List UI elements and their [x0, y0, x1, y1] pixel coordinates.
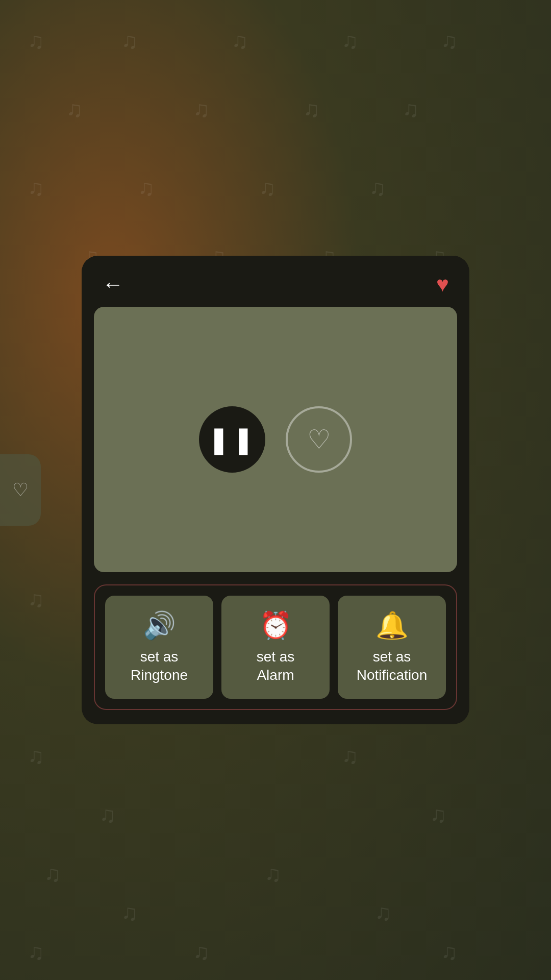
set-notification-label: set asNotification	[357, 648, 428, 685]
set-ringtone-icon: 🔊	[143, 612, 176, 639]
action-section: 🔊 set asRingtone ⏰ set asAlarm 🔔 set asN…	[94, 584, 457, 710]
side-widget[interactable]: ♡	[0, 454, 41, 526]
set-alarm-label: set asAlarm	[257, 648, 295, 685]
set-ringtone-button[interactable]: 🔊 set asRingtone	[105, 596, 213, 699]
favorite-button[interactable]: ♥	[436, 272, 449, 297]
card-top-bar: ← ♥	[82, 256, 469, 307]
like-heart-icon: ♡	[307, 424, 331, 455]
set-alarm-button[interactable]: ⏰ set asAlarm	[221, 596, 330, 699]
set-ringtone-label: set asRingtone	[131, 648, 188, 685]
main-card: ← ♥ ❚❚ ♡ 🔊 set asRingtone ⏰ set asAlarm …	[82, 256, 469, 725]
set-alarm-icon: ⏰	[259, 612, 292, 639]
pause-icon: ❚❚	[208, 426, 257, 453]
pause-button[interactable]: ❚❚	[199, 406, 265, 473]
side-heart-icon: ♡	[12, 479, 29, 501]
set-notification-button[interactable]: 🔔 set asNotification	[338, 596, 446, 699]
like-button[interactable]: ♡	[286, 406, 352, 473]
set-notification-icon: 🔔	[375, 612, 409, 639]
back-button[interactable]: ←	[102, 274, 123, 295]
page-content: ← ♥ ❚❚ ♡ 🔊 set asRingtone ⏰ set asAlarm …	[0, 0, 551, 980]
album-art-area: ❚❚ ♡	[94, 307, 457, 572]
